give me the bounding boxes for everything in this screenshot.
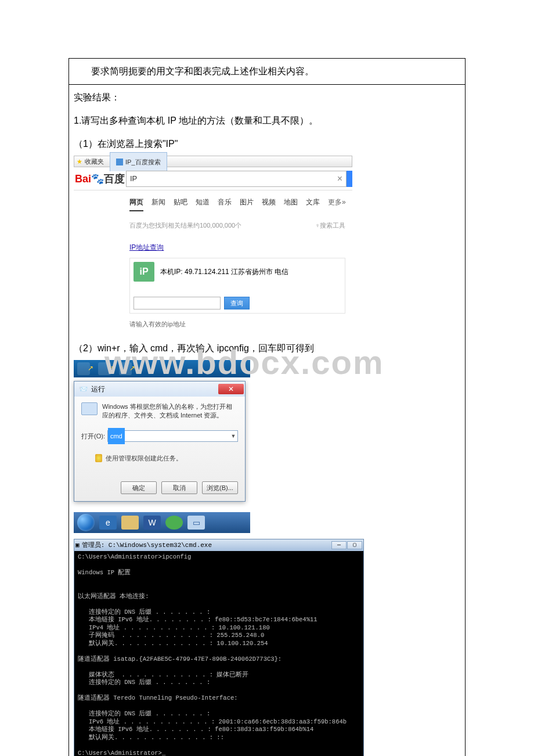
document-table: 要求简明扼要的用文字和图表完成上述作业相关内容。 实验结果： 1.请写出多种查询…	[68, 58, 466, 756]
run-title: 运行	[91, 381, 105, 397]
minimize-button[interactable]: —	[331, 541, 347, 549]
start-button[interactable]	[77, 514, 95, 531]
run-dialog: 📨 运行 ✕ Windows 将根据您所输入的名称，为您打开相应的程序、文件夹、…	[74, 381, 246, 502]
nav-zhidao[interactable]: 知道	[196, 194, 210, 211]
tab-title: IP_百度搜索	[125, 154, 161, 170]
result-label: 实验结果：	[74, 89, 460, 106]
desktop-shortcut-icon[interactable]	[98, 362, 111, 375]
question-1: 1.请写出多种查询本机 IP 地址的方法（数量和工具不限）。	[74, 113, 460, 129]
ip-badge-icon: iP	[134, 262, 154, 282]
explorer-icon[interactable]	[121, 516, 139, 530]
cmd-titlebar: ▣ 管理员: C:\Windows\system32\cmd.exe — ▢	[74, 539, 363, 551]
figure-baidu: ★ 收藏夹 IP_百度搜索 Bai🐾百度	[74, 156, 352, 332]
nav-more[interactable]: 更多»	[328, 194, 346, 211]
search-input[interactable]: IP ×	[126, 171, 347, 187]
ie-icon[interactable]: e	[99, 516, 117, 530]
ip-result-box: iP 本机IP: 49.71.124.211 江苏省扬州市 电信 查询	[129, 258, 345, 314]
run-description: Windows 将根据您所输入的名称，为您打开相应的程序、文件夹、文档或 Int…	[102, 402, 238, 420]
nav-wenku[interactable]: 文库	[306, 194, 320, 211]
ip-query-link[interactable]: IP地址查询	[74, 237, 352, 257]
cancel-button[interactable]: 取消	[161, 481, 197, 494]
logo-text-2: 百度	[104, 173, 125, 185]
run-icon: 📨	[79, 381, 88, 397]
open-label: 打开(O):	[81, 428, 105, 444]
open-combobox[interactable]: cmd ▼	[107, 430, 238, 442]
query-button[interactable]: 查询	[224, 297, 250, 309]
search-tools[interactable]: ♀搜索工具	[315, 217, 345, 233]
browser-favorites-bar: ★ 收藏夹 IP_百度搜索	[74, 156, 352, 167]
browser-tab[interactable]: IP_百度搜索	[110, 152, 167, 171]
my-ip-text: 本机IP: 49.71.124.211 江苏省扬州市 电信	[160, 264, 288, 280]
nav-music[interactable]: 音乐	[218, 194, 232, 211]
figure-run-dialog: 📨 运行 ✕ Windows 将根据您所输入的名称，为您打开相应的程序、文件夹、…	[74, 360, 250, 533]
method-2: （2）win+r，输入 cmd，再次输入 ipconfig，回车即可得到	[74, 340, 460, 357]
favorites-label[interactable]: 收藏夹	[85, 153, 104, 170]
star-icon: ★	[77, 153, 82, 170]
maximize-button[interactable]: ▢	[347, 541, 362, 549]
word-icon[interactable]: W	[143, 516, 161, 530]
admin-text: 使用管理权限创建此任务。	[106, 450, 182, 466]
logo-text-1: Bai	[75, 173, 91, 185]
row-requirement: 要求简明扼要的用文字和图表完成上述作业相关内容。	[69, 59, 465, 84]
open-value: cmd	[108, 428, 125, 444]
nav-image[interactable]: 图片	[240, 194, 254, 211]
desktop-shortcut-icon[interactable]	[119, 362, 132, 375]
search-button[interactable]	[347, 171, 352, 187]
shield-icon	[95, 454, 102, 462]
nav-news[interactable]: 新闻	[151, 194, 165, 211]
cmd-output[interactable]: C:\Users\Administrator>ipconfig Windows …	[74, 551, 363, 756]
chevron-down-icon[interactable]: ▼	[229, 428, 237, 444]
baidu-logo[interactable]: Bai🐾百度	[74, 171, 126, 187]
cmd-title-text: 管理员: C:\Windows\system32\cmd.exe	[82, 537, 212, 553]
tab-favicon-icon	[116, 159, 123, 165]
run-taskbar-icon[interactable]: ▭	[187, 516, 205, 530]
app-icon[interactable]	[165, 516, 183, 530]
ip-hint: 请输入有效的ip地址	[74, 315, 352, 332]
ip-input[interactable]	[134, 297, 221, 309]
taskbar: e W ▭	[74, 512, 250, 533]
baidu-nav: 网页 新闻 贴吧 知道 音乐 图片 视频 地图 文库 更多»	[74, 190, 352, 214]
nav-tieba[interactable]: 贴吧	[174, 194, 187, 211]
run-description-icon	[81, 402, 98, 415]
nav-video[interactable]: 视频	[262, 194, 276, 211]
search-value: IP	[130, 171, 137, 187]
ok-button[interactable]: 确定	[121, 481, 157, 494]
nav-web[interactable]: 网页	[129, 194, 143, 211]
figure-cmd-window: ▣ 管理员: C:\Windows\system32\cmd.exe — ▢ C…	[74, 539, 364, 756]
close-button[interactable]: ✕	[218, 384, 244, 394]
browse-button[interactable]: 浏览(B)...	[202, 481, 238, 494]
nav-map[interactable]: 地图	[284, 194, 298, 211]
method-1: （1）在浏览器上搜索"IP"	[74, 136, 460, 152]
result-count: 百度为您找到相关结果约100,000,000个	[129, 217, 241, 233]
desktop-shortcut-icon[interactable]	[77, 362, 90, 375]
cmd-icon: ▣	[75, 537, 80, 553]
desktop-shortcut-row	[74, 360, 250, 377]
clear-icon[interactable]: ×	[337, 171, 342, 187]
